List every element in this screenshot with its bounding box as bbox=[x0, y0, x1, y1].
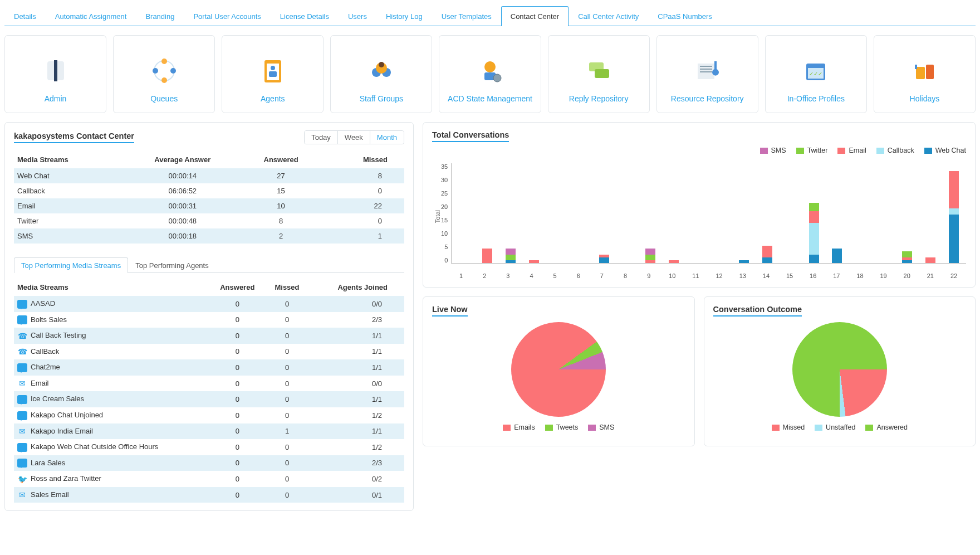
tile-admin[interactable]: Admin bbox=[4, 35, 106, 113]
cell-missed: 0 bbox=[320, 183, 404, 198]
legend-label: Tweets bbox=[556, 423, 579, 431]
bar bbox=[710, 163, 731, 263]
cell-answered: 0 bbox=[209, 439, 266, 455]
cell-missed: 0 bbox=[266, 296, 308, 312]
bar-segment bbox=[645, 260, 655, 263]
sub-tabs: Top Performing Media StreamsTop Performi… bbox=[14, 257, 404, 503]
svg-rect-28 bbox=[916, 67, 925, 79]
bar-segment bbox=[832, 249, 842, 263]
cell-joined: 1/1 bbox=[308, 423, 404, 440]
table-row: Callback 06:06:52 15 0 bbox=[14, 183, 404, 198]
legend-label: Missed bbox=[783, 423, 805, 431]
x-tick: 12 bbox=[709, 272, 729, 279]
bar bbox=[501, 163, 521, 263]
resource-repo-icon bbox=[691, 55, 723, 86]
top-tab-details[interactable]: Details bbox=[4, 6, 46, 26]
cell-avg: 00:00:31 bbox=[123, 198, 242, 213]
swatch-icon bbox=[588, 425, 596, 431]
x-tick: 9 bbox=[639, 272, 659, 279]
acd-state-icon bbox=[474, 55, 506, 86]
agents-icon bbox=[257, 55, 289, 86]
col-header: Media Streams bbox=[14, 151, 123, 168]
tile-acd-state[interactable]: ACD State Management bbox=[439, 35, 541, 113]
tile-label: Agents bbox=[261, 94, 285, 104]
legend-item: Emails bbox=[503, 423, 535, 431]
bar-segment bbox=[809, 255, 819, 263]
svg-rect-1 bbox=[54, 60, 57, 81]
swatch-icon bbox=[796, 148, 804, 154]
top-tab-history-log[interactable]: History Log bbox=[376, 6, 432, 26]
tile-resource-repo[interactable]: Resource Repository bbox=[656, 35, 758, 113]
x-tick: 8 bbox=[615, 272, 635, 279]
cell-missed: 0 bbox=[266, 359, 308, 376]
table-row: Web Chat 00:00:14 27 8 bbox=[14, 168, 404, 183]
cell-missed: 0 bbox=[266, 328, 308, 344]
cell-joined: 1/1 bbox=[308, 328, 404, 344]
legend-label: SMS bbox=[599, 423, 614, 431]
bar bbox=[734, 163, 754, 263]
cell-missed: 0 bbox=[266, 312, 308, 328]
cell-joined: 0/0 bbox=[308, 296, 404, 312]
top-tab-contact-center[interactable]: Contact Center bbox=[501, 6, 569, 26]
svg-rect-11 bbox=[269, 71, 277, 77]
top-tabs: DetailsAutomatic AssignmentBrandingPorta… bbox=[4, 6, 976, 26]
tile-agents[interactable]: Agents bbox=[222, 35, 324, 113]
queues-icon bbox=[148, 55, 180, 86]
top-tab-call-center-activity[interactable]: Call Center Activity bbox=[569, 6, 648, 26]
cell-joined: 0/2 bbox=[308, 471, 404, 487]
cell-name: ✉Sales Email bbox=[14, 487, 209, 503]
bar bbox=[571, 163, 591, 263]
sub-tab-top-performing-agents[interactable]: Top Performing Agents bbox=[128, 257, 216, 273]
cell-joined: 2/3 bbox=[308, 312, 404, 328]
legend-label: Email bbox=[849, 147, 866, 154]
tile-holidays[interactable]: Holidays bbox=[874, 35, 976, 113]
range-today[interactable]: Today bbox=[305, 131, 337, 144]
top-tab-portal-user-accounts[interactable]: Portal User Accounts bbox=[184, 6, 270, 26]
x-tick: 10 bbox=[662, 272, 682, 279]
top-tab-automatic-assignment[interactable]: Automatic Assignment bbox=[46, 6, 136, 26]
x-tick: 15 bbox=[780, 272, 800, 279]
top-tab-users[interactable]: Users bbox=[339, 6, 376, 26]
top-tab-cpaas-numbers[interactable]: CPaaS Numbers bbox=[648, 6, 722, 26]
bar-segment bbox=[762, 257, 772, 263]
swatch-icon bbox=[545, 425, 553, 431]
bar bbox=[827, 163, 847, 263]
table-row: AASAD 0 0 0/0 bbox=[14, 296, 404, 312]
svg-point-10 bbox=[271, 66, 275, 70]
chat-icon bbox=[17, 300, 27, 309]
staff-groups-icon bbox=[365, 55, 398, 86]
tile-label: Admin bbox=[45, 94, 67, 104]
x-tick: 14 bbox=[756, 272, 776, 279]
top-tab-branding[interactable]: Branding bbox=[136, 6, 184, 26]
cell-avg: 00:00:18 bbox=[123, 228, 242, 244]
y-tick: 15 bbox=[441, 217, 448, 223]
table-row: Kakapo Web Chat Outside Office Hours 0 0… bbox=[14, 439, 404, 455]
email-icon: ✉ bbox=[17, 490, 27, 499]
x-tick: 11 bbox=[685, 272, 705, 279]
cell-answered: 0 bbox=[209, 407, 266, 423]
bar-segment bbox=[809, 203, 819, 211]
top-tab-license-details[interactable]: License Details bbox=[271, 6, 339, 26]
cell-joined: 1/1 bbox=[308, 391, 404, 407]
tile-queues[interactable]: Queues bbox=[113, 35, 215, 113]
conversation-outcome-legend: MissedUnstaffedAnswered bbox=[713, 423, 967, 431]
tile-reply-repo[interactable]: Reply Repository bbox=[548, 35, 650, 113]
email-icon: ✉ bbox=[17, 427, 27, 436]
range-week[interactable]: Week bbox=[337, 131, 370, 144]
total-conversations-legend: SMSTwitterEmailCallbackWeb Chat bbox=[432, 147, 966, 154]
cell-answered: 8 bbox=[242, 213, 320, 228]
tile-in-office[interactable]: ✓✓✓In-Office Profiles bbox=[765, 35, 867, 113]
svg-rect-29 bbox=[926, 65, 934, 79]
tile-staff-groups[interactable]: Staff Groups bbox=[330, 35, 432, 113]
cell-name: Twitter bbox=[14, 213, 123, 228]
cell-missed: 0 bbox=[266, 439, 308, 455]
sub-tab-top-performing-media-streams[interactable]: Top Performing Media Streams bbox=[14, 257, 128, 273]
cell-missed: 1 bbox=[320, 228, 404, 244]
x-tick: 13 bbox=[733, 272, 753, 279]
table-row: SMS 00:00:18 2 1 bbox=[14, 228, 404, 244]
range-month[interactable]: Month bbox=[370, 131, 404, 144]
top-tab-user-templates[interactable]: User Templates bbox=[432, 6, 501, 26]
chat-icon bbox=[17, 459, 27, 468]
table-row: Lara Sales 0 0 2/3 bbox=[14, 455, 404, 471]
cell-answered: 0 bbox=[209, 487, 266, 503]
